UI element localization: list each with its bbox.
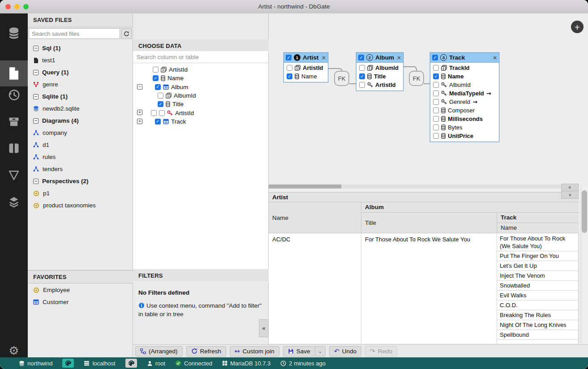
saved-group-query[interactable]: −Query (1) bbox=[28, 66, 133, 78]
saved-item-genre[interactable]: genre bbox=[28, 78, 133, 90]
sidebar-item-filter[interactable] bbox=[0, 162, 28, 188]
close-node-icon[interactable]: × bbox=[322, 55, 326, 61]
saved-item-test1[interactable]: test1 bbox=[28, 54, 133, 66]
reference-arrow-icon[interactable]: → bbox=[486, 90, 491, 97]
database-color-swatch[interactable] bbox=[62, 359, 74, 368]
cell-track-name[interactable]: Snowballed bbox=[497, 281, 579, 291]
saved-files-search-input[interactable] bbox=[29, 28, 120, 39]
saved-item-tenders[interactable]: tenders bbox=[28, 163, 133, 175]
column-header-track-name[interactable]: Name bbox=[497, 223, 579, 233]
redo-button[interactable]: ↷ Redo bbox=[365, 346, 397, 356]
saved-group-perspectives[interactable]: −Perspectives (2) bbox=[28, 175, 133, 187]
status-database[interactable]: northwind bbox=[19, 360, 52, 367]
save-dropdown-button[interactable]: ⌄ bbox=[315, 346, 326, 356]
checkbox[interactable] bbox=[287, 65, 292, 71]
node-header-artist[interactable]: 1 Artist × bbox=[284, 53, 328, 63]
collapse-icon[interactable]: − bbox=[33, 94, 39, 99]
arranged-button[interactable]: (Arranged) bbox=[135, 346, 183, 356]
cell-track-name[interactable]: Let's Get It Up bbox=[497, 261, 579, 271]
status-last-refresh-time[interactable]: 2 minutes ago bbox=[280, 360, 326, 367]
reference-arrow-icon[interactable]: → bbox=[472, 99, 477, 105]
checkbox[interactable] bbox=[286, 55, 292, 60]
node-column-albumid[interactable]: 1AlbumId bbox=[356, 64, 403, 72]
horizontal-scrollbar-thumb[interactable] bbox=[269, 184, 341, 189]
server-color-swatch[interactable] bbox=[125, 359, 137, 368]
node-column-artistid[interactable]: ArtistId bbox=[356, 81, 403, 89]
node-column-trackid[interactable]: 1TrackId bbox=[430, 64, 499, 72]
status-connection[interactable]: Connected bbox=[175, 360, 212, 367]
saved-item-p1[interactable]: p1 bbox=[28, 187, 133, 199]
expand-rows-button[interactable]: « bbox=[561, 191, 579, 199]
checkbox[interactable] bbox=[433, 82, 439, 88]
column-group-track[interactable]: Track bbox=[497, 213, 579, 223]
checkbox[interactable] bbox=[158, 93, 163, 99]
column-header-album-title[interactable]: Title bbox=[361, 213, 497, 233]
cell-track-name[interactable]: Night Of The Long Knives bbox=[497, 320, 579, 330]
cell-artist-name[interactable]: AC/DC bbox=[269, 233, 361, 343]
add-table-button[interactable]: + bbox=[571, 21, 584, 33]
checkbox[interactable] bbox=[287, 73, 292, 79]
checkbox[interactable] bbox=[155, 119, 161, 124]
node-column-unitprice[interactable]: UnitPrice bbox=[430, 132, 499, 140]
checkbox[interactable] bbox=[433, 65, 439, 71]
diagram-node-track[interactable]: 3 Track × 1TrackId Name AlbumId MediaTyp… bbox=[430, 52, 499, 142]
sidebar-item-layers[interactable] bbox=[0, 189, 28, 215]
diagram-node-album[interactable]: 2 Album × 1AlbumId Title ArtistId bbox=[356, 52, 403, 91]
cell-track-name[interactable]: Spellbound bbox=[497, 330, 579, 340]
cell-track-name[interactable]: Evil Walks bbox=[497, 291, 579, 300]
undo-button[interactable]: ↶ Undo bbox=[329, 346, 361, 356]
status-user[interactable]: root bbox=[147, 360, 165, 367]
node-column-bytes[interactable]: Bytes bbox=[430, 123, 499, 132]
sidebar-item-book[interactable] bbox=[0, 135, 28, 161]
checkbox[interactable] bbox=[433, 99, 439, 105]
custom-join-button[interactable]: ↔ Custom join bbox=[230, 346, 279, 356]
checkbox[interactable] bbox=[359, 82, 365, 88]
checkbox[interactable] bbox=[358, 55, 364, 60]
status-server[interactable]: localhost bbox=[84, 360, 115, 367]
checkbox[interactable] bbox=[432, 55, 438, 60]
collapse-rows-button[interactable]: « bbox=[561, 184, 579, 191]
checkbox[interactable] bbox=[433, 90, 439, 96]
sidebar-item-history[interactable] bbox=[0, 82, 28, 108]
save-button[interactable]: Save bbox=[283, 346, 315, 356]
node-column-composer[interactable]: Composer bbox=[430, 106, 499, 115]
cell-track-name[interactable]: Breaking The Rules bbox=[497, 310, 579, 320]
sidebar-item-archive[interactable] bbox=[0, 109, 28, 135]
collapse-icon[interactable]: − bbox=[33, 118, 39, 124]
node-column-albumid[interactable]: AlbumId bbox=[430, 81, 499, 89]
tree-row-name[interactable]: Name bbox=[133, 74, 268, 82]
checkbox[interactable] bbox=[359, 65, 365, 71]
saved-item-d1[interactable]: d1 bbox=[28, 139, 133, 151]
checkbox[interactable] bbox=[159, 110, 165, 116]
status-engine-version[interactable]: MariaDB 10.7.3 bbox=[222, 360, 270, 367]
diagram-node-artist[interactable]: 1 Artist × 1ArtistId Name bbox=[283, 52, 328, 82]
saved-files-refresh-button[interactable] bbox=[121, 28, 132, 39]
vertical-scrollbar-thumb[interactable] bbox=[582, 190, 587, 233]
node-column-artistid[interactable]: 1ArtistId bbox=[284, 64, 328, 72]
collapse-icon[interactable]: − bbox=[33, 70, 39, 75]
sidebar-item-database[interactable] bbox=[0, 20, 28, 46]
checkbox[interactable] bbox=[153, 67, 159, 73]
node-column-title[interactable]: Title bbox=[356, 72, 403, 81]
cell-album-title[interactable]: For Those About To Rock We Salute You bbox=[361, 233, 497, 343]
column-group-album[interactable]: Album bbox=[361, 202, 579, 213]
choose-data-search-input[interactable] bbox=[133, 51, 268, 63]
saved-group-sql[interactable]: −Sql (1) bbox=[28, 42, 133, 54]
saved-item-newdb2[interactable]: newdb2.sqlite bbox=[28, 103, 133, 115]
expand-icon[interactable]: + bbox=[137, 110, 142, 115]
cell-track-name[interactable]: C.O.D. bbox=[497, 300, 579, 310]
checkbox[interactable] bbox=[359, 73, 365, 79]
checkbox[interactable] bbox=[158, 101, 163, 107]
saved-item-rules[interactable]: rules bbox=[28, 151, 133, 163]
cell-track-name[interactable]: Inject The Venom bbox=[497, 271, 579, 281]
tree-row-album[interactable]: −Album bbox=[133, 83, 268, 91]
tree-row-albumid[interactable]: 1AlbumId bbox=[133, 91, 268, 100]
collapse-icon[interactable]: − bbox=[137, 84, 142, 90]
checkbox[interactable] bbox=[153, 75, 159, 81]
collapse-icon[interactable]: − bbox=[33, 46, 39, 51]
node-column-name[interactable]: Name bbox=[430, 72, 499, 81]
node-column-milliseconds[interactable]: Milliseconds bbox=[430, 115, 499, 123]
tree-row-artistid-fk[interactable]: +ArtistId bbox=[133, 108, 268, 117]
favorite-item-customer[interactable]: Customer bbox=[28, 296, 133, 308]
refresh-button[interactable]: Refresh bbox=[186, 346, 226, 356]
